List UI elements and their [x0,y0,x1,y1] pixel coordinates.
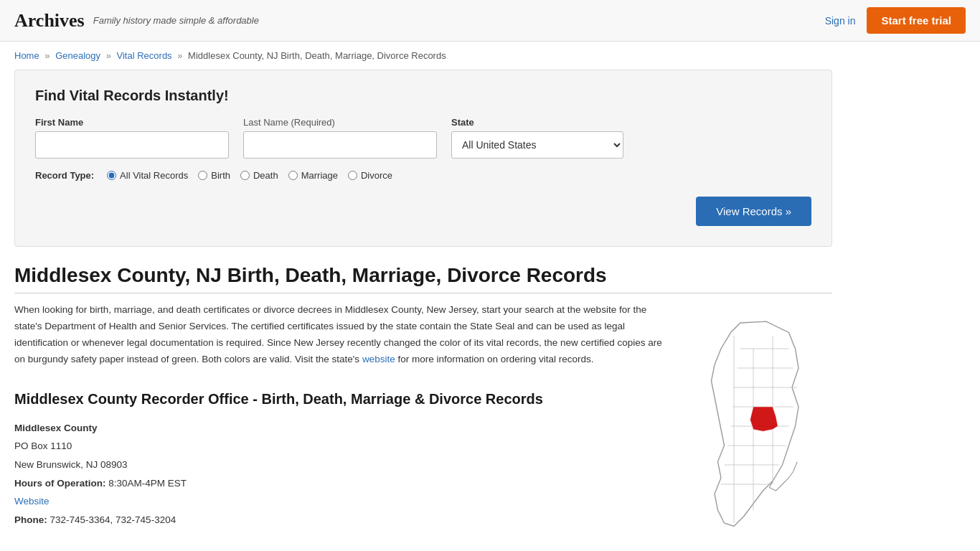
separator3: » [177,50,182,61]
nj-map-svg [689,316,818,536]
radio-marriage[interactable]: Marriage [288,170,338,181]
radio-death-label: Death [253,170,278,181]
sign-in-link[interactable]: Sign in [825,15,856,27]
form-row: First Name Last Name (Required) State Al… [35,117,811,159]
record-type-row: Record Type: All Vital Records Birth Dea… [35,170,811,181]
radio-marriage-input[interactable] [288,171,298,180]
phone-line: Phone: 732-745-3364, 732-745-3204 [14,511,667,529]
first-name-group: First Name [35,117,229,159]
start-trial-button[interactable]: Start free trial [867,7,966,34]
nj-map-container [689,302,832,538]
view-records-button[interactable]: View Records » [696,197,811,226]
separator2: » [106,50,111,61]
state-label: State [451,117,623,128]
office-name: Middlesex County [14,419,667,438]
header-left: Archives Family history made simple & af… [14,10,259,32]
record-type-label: Record Type: [35,170,94,181]
record-type-options: All Vital Records Birth Death Marriage D… [107,170,392,181]
search-box: Find Vital Records Instantly! First Name… [14,70,832,247]
breadcrumb-genealogy[interactable]: Genealogy [55,50,100,61]
site-header: Archives Family history made simple & af… [0,0,980,42]
office-website-link[interactable]: Website [14,496,50,507]
first-name-label: First Name [35,117,229,128]
hours-label: Hours of Operation: [14,478,106,489]
logo-tagline: Family history made simple & affordable [93,15,259,26]
website-line: Website [14,492,667,511]
radio-death[interactable]: Death [240,170,278,181]
logo: Archives [14,10,85,32]
state-group: State All United States [451,117,623,159]
city-state-zip: New Brunswick, NJ 08903 [14,456,667,474]
radio-divorce-label: Divorce [361,170,392,181]
content-left: When looking for birth, marriage, and de… [14,302,667,538]
section-title: Middlesex County Recorder Office - Birth… [14,385,667,408]
radio-marriage-label: Marriage [301,170,338,181]
office-info: Middlesex County PO Box 1110 New Brunswi… [14,419,667,529]
phone-label: Phone: [14,514,47,525]
po-box: PO Box 1110 [14,437,667,456]
breadcrumb-current: Middlesex County, NJ Birth, Death, Marri… [188,50,446,61]
state-select[interactable]: All United States [451,131,623,159]
hours-line: Hours of Operation: 8:30AM-4PM EST [14,474,667,493]
search-title: Find Vital Records Instantly! [35,88,811,104]
last-name-input[interactable] [243,131,437,159]
breadcrumb: Home » Genealogy » Vital Records » Middl… [0,42,980,70]
radio-all-label: All Vital Records [120,170,188,181]
last-name-label: Last Name (Required) [243,117,437,128]
separator: » [44,50,50,61]
radio-birth[interactable]: Birth [198,170,230,181]
radio-divorce[interactable]: Divorce [348,170,392,181]
header-right: Sign in Start free trial [825,7,966,34]
first-name-input[interactable] [35,131,229,159]
breadcrumb-vital-records[interactable]: Vital Records [117,50,172,61]
radio-birth-input[interactable] [198,171,207,180]
content-area: When looking for birth, marriage, and de… [14,302,832,538]
radio-all-vital[interactable]: All Vital Records [107,170,188,181]
last-name-group: Last Name (Required) [243,117,437,159]
radio-divorce-input[interactable] [348,171,357,180]
website-link[interactable]: website [362,354,395,364]
radio-death-input[interactable] [240,171,250,180]
breadcrumb-home[interactable]: Home [14,50,39,61]
body-text: When looking for birth, marriage, and de… [14,302,667,368]
main-content: Find Vital Records Instantly! First Name… [0,70,847,551]
radio-birth-label: Birth [211,170,230,181]
radio-all-input[interactable] [107,171,116,180]
page-title: Middlesex County, NJ Birth, Death, Marri… [14,264,832,293]
